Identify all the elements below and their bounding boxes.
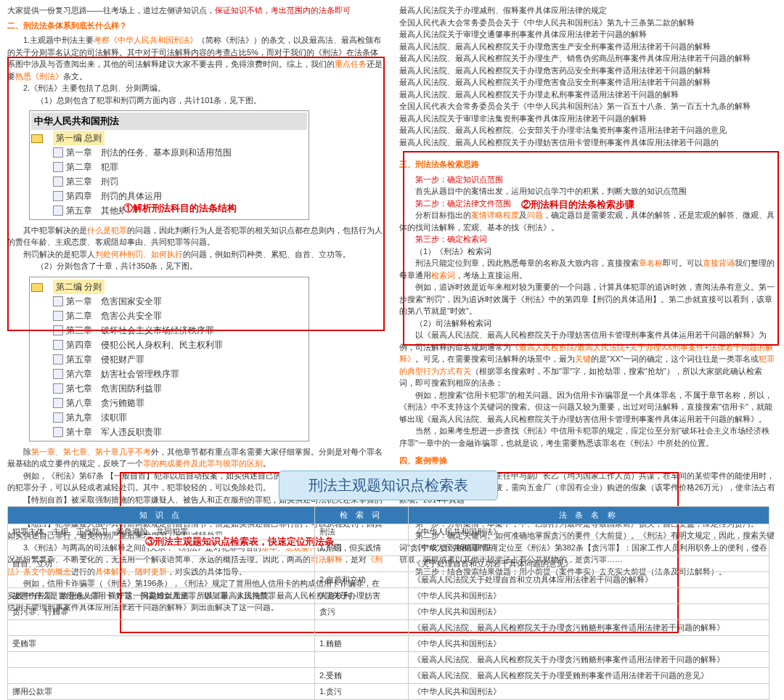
cell-search: 2.受贿	[314, 668, 408, 684]
cell-knowledge	[8, 572, 315, 588]
table-row: 2.受贿《最高人民法院、最高人民检察院关于办理受贿刑事案件适用法律若干问题的意见…	[8, 668, 769, 684]
doc-list-item: 最高人民法院、最高人民检察院关于办理妨害信用卡管理刑事案件具体应用法律若干问题的	[399, 137, 777, 149]
heading-four: 四、案例带操	[399, 455, 777, 467]
retrieval-table-section: 刑法主观题知识点检索表 知 识 点 检 索 词 法 条 名 称 犯罪主体、主观、…	[7, 471, 769, 700]
doc-icon	[53, 412, 63, 423]
table-row: 《最高人民法院、最高人民检察院关于办理贪污贿赂刑事案件适用法律若干问题的解释》	[8, 652, 769, 668]
folder-icon	[31, 134, 43, 143]
step3-1: （1）《刑法》检索词	[399, 245, 777, 258]
doc-list-item: 最高人民法院、最高人民检察院关于办理危害食品安全刑事案件适用法律若干问题的解释	[399, 76, 777, 89]
law-tree-2: 第二编 分则 第一章 危害国家安全罪 第二章 危害公共安全罪 第三章 破坏社会主…	[29, 277, 309, 441]
tree1-folder: 第一编 总则	[53, 131, 105, 145]
cell-law: 《关于处理自首和立功若干具体问题的意见》	[408, 556, 769, 572]
th-search: 检 索 词	[314, 507, 408, 524]
step3-2-ex: 例如，想搜索"信用卡犯罪"的相关问题。因为信用卡诈骗罪是一个具体罪名，不属于章节…	[399, 389, 777, 426]
cell-knowledge: 挪用公款罪	[8, 684, 315, 700]
doc-list: 最高人民法院关于办理减刑、假释案件具体应用法律的规定全国人民代表大会常务委员会关…	[399, 4, 777, 148]
cell-knowledge	[8, 668, 315, 684]
doc-list-item: 最高人民法院、最高人民检察院关于办理危害生产安全刑事案件适用法律若干问题的解释	[399, 41, 777, 53]
cell-law: 《中华人民共和国刑法》	[408, 636, 769, 652]
folder-icon	[31, 283, 43, 292]
retrieval-table: 知 识 点 检 索 词 法 条 名 称 犯罪主体、主观、正当防卫、紧急避险、共同…	[7, 506, 769, 700]
para-1: 1.主观题中刑法主要考察《中华人民共和国刑法》（简称《刑法》）的条文，以及最高法…	[7, 34, 385, 82]
para-2-sub: （1）总则包含了犯罪和刑罚两方面内容，共计101条，见下图。	[7, 94, 385, 107]
doc-icon	[53, 147, 63, 158]
cell-law: 《最高人民法院、最高人民检察院关于办理受贿刑事案件适用法律若干问题的意见》	[408, 668, 769, 684]
doc-list-item: 最高人民法院、最高人民检察院关于办理走私刑事案件适用法律若干问题的解释	[399, 89, 777, 101]
cell-knowledge: 故意伤害罪、故意杀人罪、强奸罪、拐卖妇女儿童罪、绑架罪、非法拘禁罪	[8, 588, 315, 604]
cell-knowledge	[8, 652, 315, 668]
para-3: 其中犯罪解决的是什么是犯罪的问题，因此判断行为人是否犯罪的相关知识点都在总则内，…	[7, 224, 385, 248]
doc-icon	[53, 427, 63, 437]
th-law: 法 条 名 称	[408, 507, 769, 524]
cell-knowledge: 犯罪主体、主观、正当防卫、紧急避险、共同犯罪	[8, 524, 315, 540]
doc-list-item: 最高人民法院、最高人民检察院、公安部关于办理非法集资刑事案件适用法律若干问题的意…	[399, 124, 777, 137]
cell-law: 《中华人民共和国刑法》	[408, 524, 769, 540]
cell-law: 《最高人民法院、最高人民检察院关于办理贪污贿赂刑事案件适用法律若干问题的解释》	[408, 620, 769, 636]
cell-search	[314, 556, 408, 572]
step3-2: （2）司法解释检索词	[399, 317, 777, 330]
heading-three: 三、刑法法条检索思路	[399, 158, 777, 171]
doc-list-item: 最高人民法院、最高人民检察院关于办理危害药品安全刑事案件适用法律若干问题的解释	[399, 65, 777, 77]
table-row: 自首、立功《关于处理自首和立功若干具体问题的意见》	[8, 556, 769, 572]
cell-knowledge: 自首、立功	[8, 556, 315, 572]
step3-label: 第三步：确定检索词	[399, 233, 777, 245]
cell-law: 《最高人民法院、最高人民检察院关于办理贪污贿赂刑事案件适用法律若干问题的解释》	[408, 652, 769, 668]
step3-2-text: 以《最高人民法院、最高人民检察院关于办理妨害信用卡管理刑事案件具体运用若干问题的…	[399, 329, 777, 389]
doc-icon	[53, 398, 63, 408]
doc-icon	[53, 162, 63, 172]
table-row: 故意伤害罪、故意杀人罪、强奸罪、拐卖妇女儿童罪、绑架罪、非法拘禁罪人身权利《中华…	[8, 588, 769, 604]
th-knowledge: 知 识 点	[8, 507, 315, 524]
step3-2-ex2: 当然，如果考生想进一步查找《刑法》中信用卡犯罪的规定，应定位至分别"破坏社会主义…	[399, 425, 777, 449]
table-row: 1.刑罚《中华人民共和国刑法》	[8, 540, 769, 556]
doc-icon	[53, 176, 63, 187]
para-6: 除第一章、第七章、第十章几乎不考外，其他章节都有重点罪名需要大家仔细掌握。分则是…	[7, 446, 385, 470]
cell-knowledge: 贪污罪、行贿罪	[8, 604, 315, 620]
heading-two: 二、刑法法条体系到底长什么样？	[7, 20, 385, 32]
table-row: 挪用公款罪1.贪污《中华人民共和国刑法》	[8, 684, 769, 700]
cell-search: 贪污	[314, 604, 408, 620]
doc-icon	[53, 296, 63, 306]
cell-search: 1.贿赂	[314, 636, 408, 652]
cell-law: 《中华人民共和国刑法》	[408, 684, 769, 700]
doc-list-item: 全国人民代表大会常务委员会关于《中华人民共和国刑法》第一百五十八条、第一百五十九…	[399, 100, 777, 113]
intro-line: 大家提供一份复习思路——往考场上，道过左侧讲知识点，保证知识不错，考出范围内的法…	[7, 4, 385, 17]
cell-search: 人身权利	[314, 588, 408, 604]
tree2-folder: 第二编 分则	[53, 280, 105, 294]
step2-text: 分析目标指出的案情详略程度及问题，确定题目是需要宏观，具体的解答，还是宏观的解答…	[399, 209, 777, 233]
step3-1-ex: 例如，追诉时效是近年来相对较为重要的一个问题，计算具体犯罪的追诉时效，查阅法杀有…	[399, 281, 777, 317]
cell-knowledge	[8, 540, 315, 556]
doc-icon	[53, 354, 63, 365]
step3-1-text: 刑法只能定位到章，因此熟悉每章的名称及大致内容，直接搜索章名称即可。可以直接背诵…	[399, 257, 777, 281]
doc-icon	[53, 369, 63, 379]
doc-icon	[53, 205, 63, 216]
table-row: 《最高人民法院、最高人民检察院关于办理贪污贿赂刑事案件适用法律若干问题的解释》	[8, 620, 769, 636]
table-row: 受贿罪1.贿赂《中华人民共和国刑法》	[8, 636, 769, 652]
cell-search: 1.刑罚	[314, 540, 408, 556]
doc-icon	[53, 191, 63, 201]
tree1-title: 中华人民共和国刑法	[31, 113, 307, 130]
para-4: 刑罚解决的是犯罪人判处何种刑罚、如何执行的问题，例如刑罚种类、累犯、自首、立功等…	[7, 248, 385, 261]
cell-search	[314, 620, 408, 636]
doc-list-item: 最高人民法院关于审理交通肇事刑事案件具体应用法律若干问题的解释	[399, 28, 777, 41]
annotation-2: ②刑法科目的法条检索步骤	[521, 198, 634, 211]
cell-search	[314, 652, 408, 668]
cell-knowledge: 受贿罪	[8, 636, 315, 652]
para-5: （2）分则包含了十章，共计350条，见下图。	[7, 260, 385, 272]
cell-search: 2.自首和立功	[314, 572, 408, 588]
doc-list-item: 最高人民法院、最高人民检察院关于办理生产、销售伪劣商品刑事案件具体应用法律若干问…	[399, 52, 777, 65]
cell-law: 《最高人民法院关于处理自首和立功具体应用法律若干问题的解释》	[408, 572, 769, 588]
cell-search: 刑法	[314, 524, 408, 540]
table-row: 2.自首和立功《最高人民法院关于处理自首和立功具体应用法律若干问题的解释》	[8, 572, 769, 588]
step1-text: 首先从题目中的案情出发，运用知识点学习中的积累，判断大致的知识点范围	[399, 185, 777, 198]
doc-list-item: 最高人民法院关于办理减刑、假释案件具体应用法律的规定	[399, 4, 777, 17]
cell-law: 《中华人民共和国刑法》	[408, 540, 769, 556]
cell-law: 《中华人民共和国刑法》	[408, 588, 769, 604]
doc-list-item: 最高人民法院关于审理非法集资刑事案件具体应用法律若干问题的解释	[399, 113, 777, 125]
doc-list-item: 全国人民代表大会常务委员会关于《中华人民共和国刑法》第九十三条第二款的解释	[399, 17, 777, 29]
para-2: 2.《刑法》主要包括了总则、分则两编。	[7, 82, 385, 94]
doc-icon	[53, 340, 63, 350]
cell-law: 《中华人民共和国刑法》	[408, 604, 769, 620]
annotation-1: ①解析刑法科目的法条结构	[123, 202, 237, 215]
table-title: 刑法主观题知识点检索表	[7, 471, 769, 500]
